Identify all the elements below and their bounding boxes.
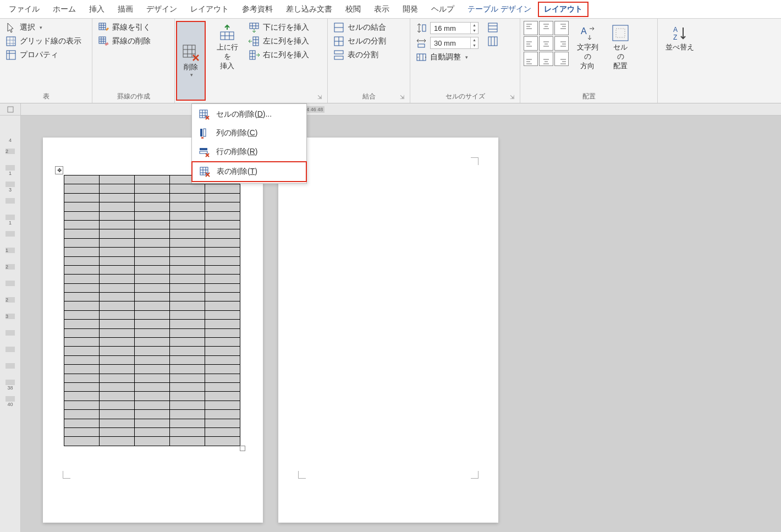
- horizontal-ruler[interactable]: 8 6 0 22 4 26 28 30 2 34 36 38 0 42 44 4…: [21, 103, 781, 115]
- table-cell[interactable]: [135, 437, 170, 446]
- table-cell[interactable]: [100, 338, 135, 347]
- table-cell[interactable]: [64, 293, 100, 301]
- table-cell[interactable]: [135, 338, 170, 347]
- delete-rows-item[interactable]: 行の削除(R): [192, 142, 306, 161]
- table-cell[interactable]: [205, 211, 240, 220]
- table-cell[interactable]: [205, 220, 240, 229]
- table-cell[interactable]: [100, 392, 135, 401]
- table-cell[interactable]: [100, 193, 135, 202]
- table-cell[interactable]: [100, 256, 135, 265]
- table-cell[interactable]: [135, 248, 170, 256]
- table-cell[interactable]: [100, 419, 135, 427]
- table-cell[interactable]: [135, 355, 170, 364]
- table-cell[interactable]: [170, 419, 205, 427]
- table-cell[interactable]: [64, 184, 100, 193]
- table-cell[interactable]: [205, 275, 240, 283]
- table-cell[interactable]: [100, 410, 135, 419]
- table-cell[interactable]: [170, 283, 205, 292]
- table-cell[interactable]: [64, 238, 100, 247]
- table-cell[interactable]: [170, 248, 205, 256]
- distribute-rows-button[interactable]: [485, 21, 501, 34]
- table-cell[interactable]: [100, 265, 135, 274]
- split-cells-button[interactable]: セルの分割: [331, 35, 388, 48]
- table-cell[interactable]: [64, 229, 100, 238]
- table-cell[interactable]: [205, 401, 240, 409]
- table-cell[interactable]: [100, 238, 135, 247]
- table-cell[interactable]: [64, 427, 100, 436]
- table-cell[interactable]: [205, 347, 240, 355]
- table-cell[interactable]: [64, 175, 100, 184]
- tab-table-layout[interactable]: レイアウト: [538, 2, 588, 17]
- tab-layout[interactable]: レイアウト: [184, 1, 235, 18]
- table-cell[interactable]: [170, 202, 205, 211]
- table-cell[interactable]: [135, 382, 170, 391]
- table-move-handle[interactable]: ✥: [55, 166, 63, 174]
- table-cell[interactable]: [170, 392, 205, 401]
- table-cell[interactable]: [170, 347, 205, 355]
- table-cell[interactable]: [135, 328, 170, 337]
- table-cell[interactable]: [135, 202, 170, 211]
- align-bot-left[interactable]: [524, 52, 538, 66]
- sort-button[interactable]: AZ 並べ替え: [661, 21, 698, 54]
- table-cell[interactable]: [64, 392, 100, 401]
- table-cell[interactable]: [64, 220, 100, 229]
- table-cell[interactable]: [170, 265, 205, 274]
- table-cell[interactable]: [64, 401, 100, 409]
- draw-border-button[interactable]: 罫線を引く: [96, 21, 153, 34]
- select-button[interactable]: 選択▾: [3, 21, 84, 34]
- table-cell[interactable]: [205, 427, 240, 436]
- table-cell[interactable]: [135, 401, 170, 409]
- table-cell[interactable]: [205, 229, 240, 238]
- table-cell[interactable]: [205, 355, 240, 364]
- delete-button[interactable]: 削除 ▾: [176, 21, 206, 101]
- document-table[interactable]: [64, 175, 240, 446]
- vertical-ruler[interactable]: 4213112233840: [0, 116, 21, 532]
- table-cell[interactable]: [64, 193, 100, 202]
- table-cell[interactable]: [170, 229, 205, 238]
- table-cell[interactable]: [205, 382, 240, 391]
- align-mid-center[interactable]: [539, 36, 553, 51]
- align-top-right[interactable]: [554, 21, 569, 35]
- page-1[interactable]: ✥: [43, 138, 263, 523]
- table-cell[interactable]: [100, 301, 135, 310]
- merge-cells-button[interactable]: セルの結合: [331, 21, 388, 34]
- table-cell[interactable]: [100, 202, 135, 211]
- table-cell[interactable]: [100, 184, 135, 193]
- table-cell[interactable]: [205, 437, 240, 446]
- tab-home[interactable]: ホーム: [46, 1, 82, 18]
- table-cell[interactable]: [205, 256, 240, 265]
- table-cell[interactable]: [135, 283, 170, 292]
- table-cell[interactable]: [135, 193, 170, 202]
- insert-right-button[interactable]: 右に列を挿入: [246, 48, 311, 62]
- table-cell[interactable]: [64, 248, 100, 256]
- insert-below-button[interactable]: 下に行を挿入: [246, 21, 311, 34]
- table-cell[interactable]: [100, 355, 135, 364]
- table-cell[interactable]: [170, 410, 205, 419]
- table-cell[interactable]: [64, 328, 100, 337]
- align-mid-left[interactable]: [524, 36, 538, 51]
- table-cell[interactable]: [135, 320, 170, 328]
- table-cell[interactable]: [170, 328, 205, 337]
- delete-cells-item[interactable]: セルの削除(D)...: [192, 105, 306, 124]
- table-cell[interactable]: [64, 301, 100, 310]
- table-cell[interactable]: [205, 193, 240, 202]
- table-cell[interactable]: [64, 256, 100, 265]
- table-cell[interactable]: [100, 211, 135, 220]
- table-cell[interactable]: [64, 265, 100, 274]
- table-cell[interactable]: [170, 374, 205, 382]
- table-cell[interactable]: [135, 427, 170, 436]
- table-cell[interactable]: [170, 256, 205, 265]
- table-cell[interactable]: [170, 293, 205, 301]
- table-cell[interactable]: [205, 310, 240, 319]
- autofit-button[interactable]: 自動調整▾: [414, 51, 481, 64]
- table-cell[interactable]: [64, 437, 100, 446]
- table-cell[interactable]: [205, 374, 240, 382]
- table-cell[interactable]: [135, 374, 170, 382]
- table-cell[interactable]: [64, 365, 100, 374]
- delete-columns-item[interactable]: 列の削除(C): [192, 124, 306, 142]
- table-cell[interactable]: [205, 419, 240, 427]
- table-cell[interactable]: [64, 310, 100, 319]
- table-cell[interactable]: [64, 202, 100, 211]
- table-cell[interactable]: [100, 220, 135, 229]
- table-cell[interactable]: [100, 427, 135, 436]
